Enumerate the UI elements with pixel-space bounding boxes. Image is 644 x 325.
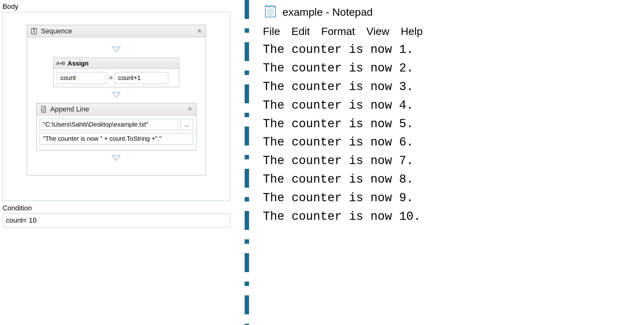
document-icon bbox=[40, 105, 47, 113]
append-text-input[interactable] bbox=[40, 133, 193, 145]
append-path-input[interactable] bbox=[40, 119, 178, 130]
notepad-icon bbox=[263, 3, 278, 21]
notepad-title: example - Notepad bbox=[282, 6, 373, 18]
flow-arrow-icon bbox=[30, 46, 203, 53]
menu-edit[interactable]: Edit bbox=[291, 25, 310, 37]
flow-arrow-icon bbox=[30, 155, 203, 162]
divider bbox=[233, 0, 261, 325]
svg-rect-3 bbox=[265, 6, 275, 17]
menu-format[interactable]: Format bbox=[321, 25, 355, 37]
svg-point-1 bbox=[34, 29, 35, 30]
assign-icon: A+B bbox=[57, 60, 64, 67]
sequence-activity[interactable]: Sequence A+B Ass bbox=[27, 25, 206, 175]
equals-label: = bbox=[109, 74, 113, 82]
menu-help[interactable]: Help bbox=[401, 25, 423, 37]
body-container: Sequence A+B Ass bbox=[3, 12, 230, 201]
body-label: Body bbox=[3, 3, 230, 11]
assign-target-input[interactable] bbox=[57, 72, 107, 84]
append-line-activity[interactable]: Append Line ... bbox=[36, 103, 197, 151]
append-title: Append Line bbox=[50, 105, 89, 113]
notepad-window[interactable]: example - Notepad File Edit Format View … bbox=[261, 0, 644, 325]
condition-section: Condition bbox=[3, 204, 230, 227]
browse-button[interactable]: ... bbox=[180, 119, 193, 130]
notepad-content[interactable]: The counter is now 1. The counter is now… bbox=[261, 41, 644, 226]
workflow-panel: Body Sequence bbox=[0, 0, 233, 325]
condition-label: Condition bbox=[3, 204, 230, 212]
notepad-titlebar[interactable]: example - Notepad bbox=[261, 0, 644, 24]
append-header[interactable]: Append Line bbox=[36, 103, 196, 116]
collapse-icon[interactable] bbox=[196, 27, 203, 35]
collapse-icon[interactable] bbox=[187, 105, 193, 113]
notepad-menubar[interactable]: File Edit Format View Help bbox=[261, 24, 644, 41]
sequence-icon bbox=[30, 27, 38, 35]
assign-body: = bbox=[54, 69, 179, 87]
menu-file[interactable]: File bbox=[263, 25, 280, 37]
menu-view[interactable]: View bbox=[366, 25, 389, 37]
assign-activity[interactable]: A+B Assign = bbox=[53, 58, 179, 87]
flow-arrow-icon bbox=[30, 92, 203, 99]
append-body: ... bbox=[36, 116, 196, 150]
condition-input[interactable] bbox=[3, 214, 230, 227]
sequence-header[interactable]: Sequence bbox=[27, 25, 206, 37]
assign-value-input[interactable] bbox=[115, 72, 168, 84]
sequence-title: Sequence bbox=[41, 27, 72, 35]
assign-header[interactable]: A+B Assign bbox=[54, 58, 179, 69]
assign-title: Assign bbox=[68, 60, 89, 67]
